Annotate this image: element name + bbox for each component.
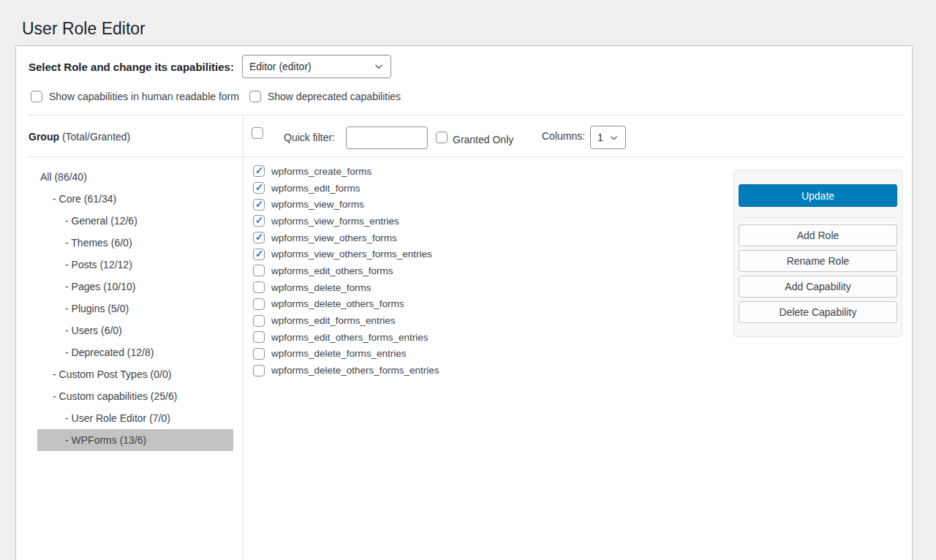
columns-label: Columns: bbox=[542, 130, 585, 142]
rename-role-button[interactable]: Rename Role bbox=[739, 250, 897, 272]
role-select[interactable]: Editor (editor) bbox=[242, 55, 391, 78]
capability-row: wpforms_delete_others_forms_entries bbox=[253, 362, 439, 379]
divider bbox=[29, 115, 905, 116]
group-item[interactable]: - User Role Editor (7/0) bbox=[37, 407, 233, 429]
capability-label: wpforms_delete_forms bbox=[271, 282, 371, 293]
group-suffix: (Total/Granted) bbox=[59, 131, 130, 143]
capability-row: wpforms_edit_forms_entries bbox=[253, 312, 439, 329]
capability-checkbox[interactable] bbox=[253, 249, 265, 260]
human-readable-label: Show capabilities in human readable form bbox=[49, 91, 239, 102]
divider bbox=[739, 217, 897, 218]
capability-row: wpforms_delete_forms_entries bbox=[253, 346, 439, 363]
capability-checkbox[interactable] bbox=[253, 215, 265, 227]
capability-checkbox[interactable] bbox=[253, 331, 265, 343]
group-item[interactable]: - Themes (6/0) bbox=[37, 232, 233, 254]
capability-checkbox[interactable] bbox=[253, 348, 265, 360]
group-tree: All (86/40)- Core (61/34)- General (12/6… bbox=[16, 166, 243, 451]
columns-select-value: 1 bbox=[597, 132, 603, 143]
capability-checkbox[interactable] bbox=[253, 315, 265, 327]
capability-row: wpforms_view_others_forms bbox=[253, 230, 439, 246]
capability-label: wpforms_edit_forms_entries bbox=[271, 315, 396, 326]
capability-row: wpforms_view_others_forms_entries bbox=[253, 246, 439, 262]
capability-label: wpforms_delete_others_forms_entries bbox=[271, 365, 439, 376]
capability-row: wpforms_create_forms bbox=[253, 163, 439, 180]
group-item[interactable]: - Posts (12/12) bbox=[37, 254, 233, 276]
capability-label: wpforms_edit_others_forms bbox=[271, 265, 393, 276]
group-item[interactable]: - Plugins (5/0) bbox=[37, 298, 233, 319]
capability-row: wpforms_edit_others_forms bbox=[253, 262, 439, 279]
capability-label: wpforms_edit_forms bbox=[271, 183, 361, 194]
add-capability-button[interactable]: Add Capability bbox=[739, 276, 897, 298]
capability-checkbox[interactable] bbox=[253, 199, 265, 211]
select-all-checkbox[interactable] bbox=[252, 127, 263, 139]
capability-checkbox[interactable] bbox=[253, 281, 265, 293]
capability-checkbox[interactable] bbox=[253, 365, 265, 377]
deprecated-checkbox[interactable] bbox=[249, 91, 261, 102]
add-role-button[interactable]: Add Role bbox=[739, 224, 897, 246]
user-role-editor-screen: User Role Editor Select Role and change … bbox=[0, 0, 936, 560]
chevron-down-icon bbox=[609, 133, 619, 143]
capability-checkbox[interactable] bbox=[253, 232, 265, 243]
column-separator bbox=[243, 115, 244, 560]
capability-row: wpforms_edit_others_forms_entries bbox=[253, 329, 439, 346]
capability-label: wpforms_view_forms_entries bbox=[271, 216, 399, 227]
group-item[interactable]: - WPForms (13/6) bbox=[37, 429, 233, 451]
group-item[interactable]: - Custom capabilities (25/6) bbox=[37, 385, 233, 407]
columns-select[interactable]: 1 bbox=[590, 126, 626, 149]
actions-panel: Update Add Role Rename Role Add Capabili… bbox=[733, 170, 902, 337]
capabilities-list: wpforms_create_formswpforms_edit_formswp… bbox=[253, 163, 439, 379]
role-selector-row: Select Role and change its capabilities:… bbox=[29, 55, 391, 78]
capability-row: wpforms_edit_forms bbox=[253, 180, 439, 197]
chevron-down-icon bbox=[374, 61, 384, 72]
group-column-header: Group (Total/Granted) bbox=[29, 131, 130, 143]
granted-only-label: Granted Only bbox=[453, 134, 513, 145]
group-item[interactable]: - Custom Post Types (0/0) bbox=[37, 363, 233, 385]
group-item[interactable]: - Users (6/0) bbox=[37, 319, 233, 341]
granted-only-checkbox[interactable] bbox=[436, 132, 448, 143]
group-item[interactable]: - General (12/6) bbox=[37, 210, 233, 232]
capability-label: wpforms_view_others_forms bbox=[271, 232, 397, 243]
capability-label: wpforms_create_forms bbox=[271, 166, 371, 177]
capability-row: wpforms_view_forms_entries bbox=[253, 213, 439, 230]
update-button[interactable]: Update bbox=[739, 184, 897, 207]
role-select-value: Editor (editor) bbox=[249, 61, 312, 72]
capability-label: wpforms_delete_forms_entries bbox=[271, 348, 407, 359]
human-readable-checkbox[interactable] bbox=[31, 91, 42, 102]
options-row: Show capabilities in human readable form… bbox=[31, 89, 401, 104]
group-item[interactable]: - Deprecated (12/8) bbox=[37, 341, 233, 363]
capability-label: wpforms_edit_others_forms_entries bbox=[271, 332, 429, 343]
group-item[interactable]: - Core (61/34) bbox=[37, 188, 233, 210]
capability-checkbox[interactable] bbox=[253, 165, 265, 177]
group-item[interactable]: All (86/40) bbox=[37, 166, 233, 188]
quick-filter-input[interactable] bbox=[346, 126, 428, 149]
capability-label: wpforms_view_others_forms_entries bbox=[271, 249, 432, 260]
capability-row: wpforms_delete_forms bbox=[253, 279, 439, 296]
quick-filter-label: Quick filter: bbox=[284, 132, 335, 143]
capability-row: wpforms_view_forms bbox=[253, 196, 439, 213]
deprecated-label: Show deprecated capabilities bbox=[268, 91, 401, 102]
human-readable-option: Show capabilities in human readable form bbox=[31, 91, 239, 102]
capability-checkbox[interactable] bbox=[253, 182, 265, 194]
group-item[interactable]: - Pages (10/10) bbox=[37, 276, 233, 298]
role-selector-label: Select Role and change its capabilities: bbox=[29, 61, 234, 73]
group-label: Group bbox=[29, 131, 59, 143]
page-title: User Role Editor bbox=[22, 18, 146, 39]
capability-checkbox[interactable] bbox=[253, 265, 265, 276]
capability-label: wpforms_delete_others_forms bbox=[271, 298, 404, 309]
capability-label: wpforms_view_forms bbox=[271, 199, 364, 210]
delete-capability-button[interactable]: Delete Capability bbox=[739, 301, 897, 323]
capability-row: wpforms_delete_others_forms bbox=[253, 296, 439, 313]
deprecated-option: Show deprecated capabilities bbox=[249, 91, 401, 102]
divider bbox=[29, 156, 905, 157]
role-editor-panel: Select Role and change its capabilities:… bbox=[15, 45, 913, 560]
capability-checkbox[interactable] bbox=[253, 298, 265, 310]
